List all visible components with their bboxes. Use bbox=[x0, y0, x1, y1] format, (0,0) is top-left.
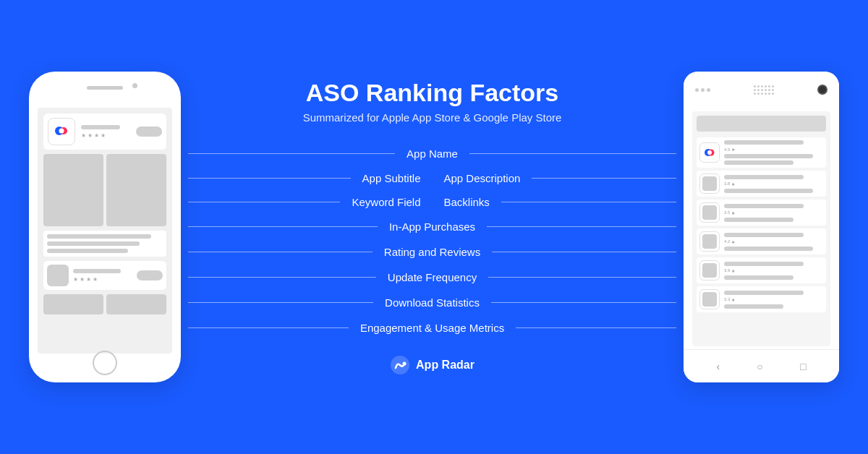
iphone-screen: ★ ★ ★ ★ bbox=[38, 108, 172, 354]
star1: ★ bbox=[73, 276, 78, 283]
brand-name-label: App Radar bbox=[416, 359, 475, 372]
android-app-row-2: 3.8 ★ bbox=[697, 171, 826, 197]
iphone-camera bbox=[132, 83, 137, 88]
android-rating-6: 3.3 ★ bbox=[724, 297, 823, 302]
dot3 bbox=[707, 88, 710, 92]
line-right bbox=[487, 226, 676, 227]
icon-placeholder bbox=[702, 205, 717, 220]
factor-label-keyword: Keyword Field bbox=[340, 193, 432, 211]
line-right bbox=[469, 153, 676, 154]
iphone-app-info: ★ ★ ★ ★ bbox=[81, 125, 130, 139]
bottom-block-2 bbox=[106, 294, 166, 314]
line bbox=[724, 204, 804, 208]
android-app-row-1: 4.5 ★ bbox=[697, 137, 826, 168]
factor-row-engagement: Engagement & Usage Metrics bbox=[188, 319, 676, 337]
android-star-4: ★ bbox=[731, 239, 735, 244]
stars-row-2: ★ ★ ★ ★ bbox=[73, 276, 132, 283]
line-left bbox=[188, 277, 376, 278]
line-left bbox=[188, 226, 378, 227]
sp bbox=[768, 89, 770, 91]
line-left bbox=[188, 252, 373, 252]
line bbox=[724, 247, 813, 251]
android-recent-btn: □ bbox=[800, 361, 806, 372]
rating-text-5: 3.9 bbox=[724, 268, 730, 273]
line bbox=[724, 291, 804, 295]
icon-placeholder bbox=[702, 176, 717, 191]
sp bbox=[761, 89, 763, 91]
line bbox=[724, 189, 813, 193]
android-app-row-3: 3.5 ★ bbox=[697, 200, 826, 226]
android-rating-4: 4.2 ★ bbox=[724, 239, 823, 244]
rating-text-1: 4.5 bbox=[724, 147, 730, 152]
sp bbox=[757, 89, 760, 91]
factor-label-engagement: Engagement & Usage Metrics bbox=[349, 319, 516, 337]
line bbox=[724, 233, 804, 237]
factor-label-rating: Rating and Reviews bbox=[373, 243, 492, 261]
android-back-btn: ‹ bbox=[717, 361, 720, 372]
android-camera bbox=[817, 85, 827, 95]
iphone-desc-block bbox=[43, 231, 166, 257]
factor-label-description: App Description bbox=[433, 169, 532, 187]
android-home-btn: ○ bbox=[757, 361, 762, 372]
android-top-bar bbox=[684, 72, 839, 108]
icon-placeholder bbox=[702, 263, 717, 278]
star2: ★ bbox=[80, 276, 85, 283]
factor-label-downloads: Download Statistics bbox=[373, 294, 491, 312]
factor-label-subtitle: App Subtitle bbox=[351, 169, 433, 187]
line-right bbox=[516, 327, 676, 328]
android-app-row-4: 4.2 ★ bbox=[697, 228, 826, 254]
sp bbox=[757, 93, 760, 95]
main-container: ★ ★ ★ ★ bbox=[0, 0, 868, 454]
android-dots bbox=[695, 88, 710, 92]
sp bbox=[772, 85, 774, 87]
android-bottom-bar: ‹ ○ □ bbox=[684, 349, 839, 382]
line bbox=[724, 154, 813, 158]
line-left bbox=[188, 327, 349, 328]
line bbox=[724, 218, 793, 222]
line-left bbox=[188, 153, 395, 154]
factor-left-subtitle: App Subtitle bbox=[188, 169, 433, 187]
factor-label-app-name: App Name bbox=[395, 145, 469, 163]
android-app-icon-6 bbox=[699, 289, 720, 309]
line bbox=[532, 178, 676, 179]
line bbox=[724, 304, 783, 309]
line bbox=[501, 202, 676, 202]
screenshots-row bbox=[43, 154, 166, 226]
line bbox=[81, 125, 120, 129]
android-app-icon-2 bbox=[699, 174, 720, 194]
sp bbox=[772, 93, 774, 95]
page-subtitle: Summarized for Apple App Store & Google … bbox=[303, 111, 562, 124]
android-rating-1: 4.5 ★ bbox=[724, 147, 823, 152]
star3: ★ bbox=[94, 132, 99, 139]
star2: ★ bbox=[88, 132, 93, 139]
android-rating-2: 3.8 ★ bbox=[724, 181, 823, 187]
android-star-2: ★ bbox=[731, 181, 735, 187]
android-app-info-3: 3.5 ★ bbox=[724, 204, 823, 222]
factor-row-rating: Rating and Reviews bbox=[188, 243, 676, 261]
android-speaker bbox=[754, 85, 774, 95]
line-right bbox=[492, 252, 676, 252]
android-rating-3: 3.5 ★ bbox=[724, 210, 823, 215]
line bbox=[47, 234, 151, 239]
star1: ★ bbox=[81, 132, 86, 139]
line-left bbox=[188, 302, 373, 303]
stars-row: ★ ★ ★ ★ bbox=[81, 132, 130, 139]
sp bbox=[761, 85, 763, 87]
line-right bbox=[488, 277, 676, 278]
sp bbox=[765, 89, 767, 91]
line bbox=[47, 241, 140, 246]
android-rating-5: 3.9 ★ bbox=[724, 268, 823, 273]
line bbox=[724, 275, 793, 280]
line bbox=[724, 140, 804, 145]
star4: ★ bbox=[101, 132, 106, 139]
sp bbox=[754, 85, 756, 87]
factor-left-keyword: Keyword Field bbox=[188, 193, 433, 211]
svg-point-3 bbox=[59, 129, 64, 134]
iphone-home-button bbox=[93, 351, 117, 375]
factor-label-iap: In-App Purchases bbox=[378, 218, 487, 236]
brand-footer: App Radar bbox=[390, 355, 475, 375]
sp bbox=[765, 93, 767, 95]
android-app-icon-4 bbox=[699, 231, 720, 252]
iphone-app-header: ★ ★ ★ ★ bbox=[43, 113, 166, 150]
svg-point-5 bbox=[403, 362, 407, 366]
